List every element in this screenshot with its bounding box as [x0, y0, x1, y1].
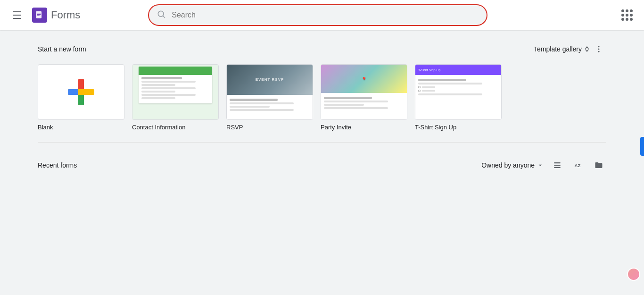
- radio-label-1: [422, 86, 435, 88]
- search-input[interactable]: [172, 11, 479, 19]
- scroll-indicator: [640, 137, 644, 156]
- sort-icon: AZ: [574, 161, 582, 169]
- svg-rect-9: [554, 162, 561, 163]
- form-line-3: [141, 87, 196, 89]
- form-line-4: [141, 91, 175, 93]
- recent-header: Recent forms Owned by anyone AZ: [38, 158, 606, 173]
- svg-point-7: [598, 49, 600, 50]
- contact-form-header: [139, 67, 213, 75]
- blank-thumbnail: [38, 64, 124, 120]
- svg-rect-10: [554, 165, 561, 166]
- form-line-6: [141, 97, 175, 99]
- party-line-title: [324, 97, 372, 99]
- tshirt-line-1: [418, 83, 482, 84]
- rsvp-thumbnail: EVENT RSVP: [226, 64, 313, 120]
- list-view-button[interactable]: [550, 158, 565, 173]
- tshirt-thumbnail: T-Shirt Sign Up: [415, 64, 502, 120]
- dropdown-arrow-icon: [537, 161, 544, 169]
- rsvp-line-3: [230, 109, 294, 111]
- svg-point-6: [598, 46, 600, 47]
- divider: [38, 142, 606, 143]
- contact-label: Contact Information: [132, 124, 185, 131]
- search-icon: [157, 9, 166, 21]
- recent-forms-section: Recent forms Owned by anyone AZ: [38, 158, 606, 173]
- tshirt-label: T-Shirt Sign Up: [415, 124, 456, 131]
- list-view-icon: [553, 161, 561, 169]
- svg-text:AZ: AZ: [575, 163, 581, 168]
- contact-thumbnail: [132, 64, 219, 120]
- start-form-section-header: Start a new form Template gallery: [38, 42, 606, 57]
- radio-circle-1: [418, 86, 421, 88]
- template-rsvp[interactable]: EVENT RSVP RSVP: [226, 64, 313, 131]
- plus-green-bottom: [78, 95, 84, 105]
- hamburger-icon: [13, 11, 21, 19]
- folder-button[interactable]: [591, 158, 606, 173]
- chevron-updown-icon: [585, 46, 589, 52]
- logo-area[interactable]: Forms: [32, 8, 80, 23]
- party-image-text: 🎈: [362, 77, 366, 81]
- party-line-1: [324, 101, 388, 102]
- rsvp-preview: EVENT RSVP: [227, 65, 313, 119]
- menu-button[interactable]: [8, 6, 26, 25]
- svg-rect-1: [37, 13, 41, 13]
- contact-preview: [132, 65, 218, 119]
- plus-blue-left: [68, 89, 78, 95]
- template-blank[interactable]: Blank: [38, 64, 124, 131]
- rsvp-line-1: [230, 102, 294, 104]
- tshirt-radio-1: [418, 86, 498, 88]
- template-gallery-label: Template gallery: [534, 45, 582, 53]
- template-contact-information[interactable]: Contact Information: [132, 64, 219, 131]
- rsvp-header-image: EVENT RSVP: [227, 65, 313, 95]
- contact-form-preview: [139, 67, 213, 103]
- rsvp-line-2: [230, 106, 270, 108]
- rsvp-form-lines: [227, 95, 313, 119]
- folder-icon: [594, 161, 603, 169]
- forms-logo-icon: [32, 8, 47, 23]
- template-gallery-button[interactable]: Template gallery: [534, 45, 589, 53]
- form-line-2: [141, 84, 175, 86]
- owned-by-filter[interactable]: Owned by anyone: [481, 161, 544, 169]
- more-options-button[interactable]: [591, 42, 606, 57]
- owned-by-label: Owned by anyone: [481, 161, 535, 169]
- tshirt-header: T-Shirt Sign Up: [415, 65, 501, 75]
- tshirt-form-lines: [415, 75, 501, 119]
- party-preview: 🎈: [321, 65, 407, 119]
- tshirt-line-2: [418, 93, 482, 95]
- recent-title: Recent forms: [38, 161, 77, 169]
- party-header-image: 🎈: [321, 65, 407, 93]
- tshirt-line-title: [418, 79, 466, 81]
- grid-dots-icon: [621, 9, 633, 21]
- party-line-2: [324, 104, 364, 106]
- party-invite-label: Party Invite: [321, 124, 351, 131]
- main-content: Start a new form Template gallery: [0, 30, 644, 190]
- blank-label: Blank: [38, 124, 53, 131]
- rsvp-image-text: EVENT RSVP: [256, 77, 284, 82]
- search-box: [148, 4, 487, 26]
- start-section-title: Start a new form: [38, 45, 86, 53]
- rsvp-line-title: [230, 99, 278, 101]
- svg-rect-3: [37, 16, 40, 16]
- app-title: Forms: [51, 9, 80, 21]
- recent-controls: Owned by anyone AZ: [481, 158, 606, 173]
- form-line-5: [141, 94, 196, 96]
- template-tshirt-signup[interactable]: T-Shirt Sign Up: [415, 64, 502, 131]
- radio-label-2: [422, 90, 435, 92]
- party-thumbnail: 🎈: [321, 64, 407, 120]
- svg-rect-2: [37, 14, 41, 15]
- svg-rect-11: [554, 167, 561, 168]
- radio-circle-2: [418, 90, 421, 92]
- plus-icon: [68, 79, 94, 105]
- svg-point-8: [598, 51, 600, 52]
- topbar-right: [618, 6, 636, 25]
- party-line-3: [324, 107, 388, 109]
- form-title-line: [141, 77, 182, 79]
- svg-line-5: [163, 16, 165, 18]
- templates-row: Blank Contact Inform: [38, 64, 606, 131]
- apps-grid-button[interactable]: [618, 6, 636, 25]
- sort-button[interactable]: AZ: [570, 158, 586, 173]
- party-form-lines: [321, 93, 407, 119]
- template-party-invite[interactable]: 🎈 Party Invite: [321, 64, 407, 131]
- rsvp-label: RSVP: [226, 124, 243, 131]
- topbar: Forms: [0, 0, 644, 30]
- tshirt-preview: T-Shirt Sign Up: [415, 65, 501, 119]
